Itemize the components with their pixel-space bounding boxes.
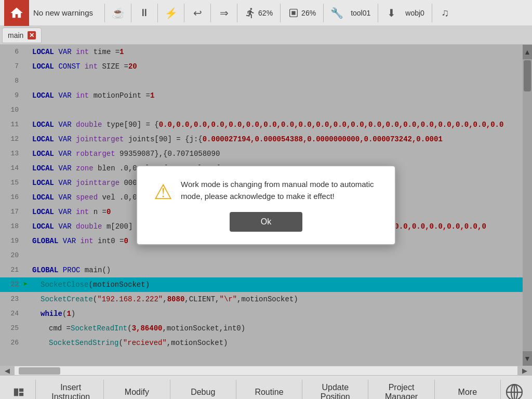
- dialog-body: ⚠ Work mode is changing from manual mode…: [154, 179, 378, 204]
- svg-rect-2: [14, 388, 18, 396]
- run-percent: 62%: [258, 9, 273, 17]
- coffee-icon[interactable]: ☕: [108, 3, 128, 23]
- run-stat: 62%: [241, 7, 277, 19]
- dialog-overlay: ⚠ Work mode is changing from manual mode…: [0, 45, 532, 366]
- debug-button[interactable]: Debug: [170, 379, 236, 400]
- globe-button[interactable]: [501, 379, 528, 400]
- loop-icon[interactable]: ↩: [188, 3, 207, 23]
- insert-instruction-button[interactable]: Insert Instruction: [38, 379, 103, 400]
- warning-icon: ⚠: [154, 180, 172, 204]
- warning-text: No new warnings: [33, 8, 93, 17]
- update-position-button[interactable]: Update Position: [302, 379, 368, 400]
- sep-b1: [35, 380, 36, 400]
- svg-rect-1: [291, 11, 295, 15]
- cpu-percent: 26%: [301, 9, 316, 17]
- wobj-icon[interactable]: ⬇: [381, 3, 401, 23]
- svg-rect-3: [19, 388, 23, 391]
- tab-label: main: [8, 31, 23, 39]
- sep7: [280, 4, 281, 22]
- more-button[interactable]: More: [435, 379, 500, 400]
- topbar: No new warnings ☕ ⏸ ⚡ ↩ ⇒ 62% 26% 🔧 tool…: [0, 0, 532, 26]
- panel-button[interactable]: [4, 379, 33, 400]
- scroll-thumb-h[interactable]: [19, 367, 60, 375]
- svg-rect-4: [19, 392, 23, 395]
- routine-button[interactable]: Routine: [236, 379, 302, 400]
- sep6: [237, 4, 237, 22]
- scroll-track-h: [15, 366, 517, 375]
- sep5: [210, 4, 211, 22]
- sep4: [184, 4, 184, 22]
- scroll-right-button[interactable]: ▶: [517, 366, 532, 376]
- flash-icon[interactable]: ⚡: [161, 3, 181, 23]
- tab-close-button[interactable]: ✕: [28, 31, 36, 39]
- wobj-label: wobj0: [401, 9, 429, 17]
- dialog-message: Work mode is changing from manual mode t…: [181, 179, 378, 202]
- forward-icon[interactable]: ⇒: [214, 3, 234, 23]
- sep10: [432, 4, 432, 22]
- dialog: ⚠ Work mode is changing from manual mode…: [136, 165, 396, 245]
- scroll-left-button[interactable]: ◀: [0, 366, 15, 376]
- sep1: [104, 4, 105, 22]
- music-icon[interactable]: ♫: [435, 3, 455, 23]
- home-button[interactable]: [4, 0, 29, 26]
- pause-icon[interactable]: ⏸: [135, 3, 154, 23]
- bottombar: Insert Instruction Modify Debug Routine …: [0, 375, 532, 399]
- horizontal-scrollbar[interactable]: ◀ ▶: [0, 366, 532, 375]
- sep3: [157, 4, 158, 22]
- tabbar: main ✕: [0, 26, 532, 45]
- dialog-ok-button[interactable]: Ok: [230, 212, 302, 232]
- code-area: 6 LOCAL VAR int time = 1 7 LOCAL CONST i…: [0, 45, 532, 366]
- sep8: [323, 4, 324, 22]
- wrench-icon[interactable]: 🔧: [327, 3, 347, 23]
- modify-button[interactable]: Modify: [104, 379, 169, 400]
- sep9: [378, 4, 378, 22]
- tool-label: tool01: [347, 9, 375, 17]
- project-manager-button[interactable]: Project Manager: [368, 379, 434, 400]
- cpu-stat: 26%: [284, 7, 320, 19]
- tab-main[interactable]: main ✕: [2, 28, 42, 43]
- sep2: [131, 4, 131, 22]
